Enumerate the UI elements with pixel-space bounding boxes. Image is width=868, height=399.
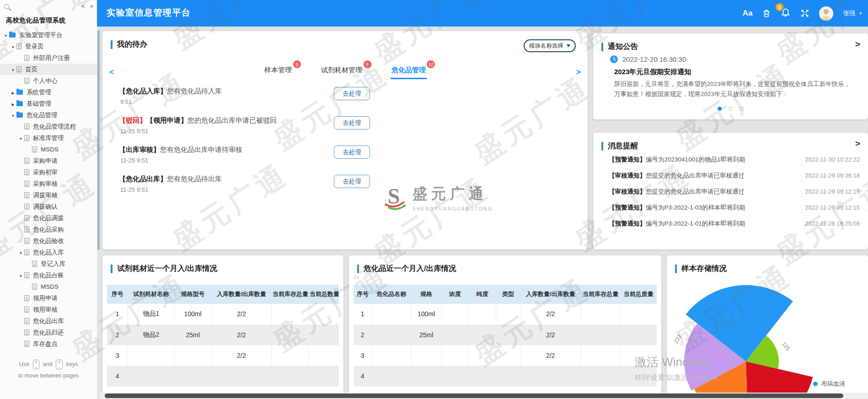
tree-item[interactable]: 采购审核 bbox=[0, 178, 97, 189]
vertical-scrollbar-thumb[interactable] bbox=[97, 30, 100, 250]
tree-item[interactable]: 危化品管理流程 bbox=[0, 121, 97, 132]
notice-item-title[interactable]: 2023年元旦假期安排通知 bbox=[614, 68, 691, 76]
tree-item-label: 危化品台账 bbox=[33, 271, 64, 280]
tree-item[interactable]: 危化品入库 bbox=[0, 247, 97, 258]
expand-arrow-icon[interactable] bbox=[10, 66, 16, 73]
notice-date[interactable]: 2022-12-20 16:30:30 bbox=[610, 55, 686, 64]
pagination-dot[interactable] bbox=[718, 107, 722, 111]
tree-item-label: MSDS bbox=[41, 146, 59, 153]
doc-icon bbox=[24, 192, 29, 198]
tree-item[interactable]: 调拨确认 bbox=[0, 201, 97, 212]
table-row: 32/2 bbox=[354, 345, 657, 366]
doc-icon bbox=[24, 329, 29, 335]
handle-button[interactable]: 去处理 bbox=[334, 146, 370, 159]
tree-item-label: 危化品采购 bbox=[33, 226, 64, 234]
expand-arrow-icon[interactable] bbox=[10, 43, 16, 50]
user-menu-caret-icon[interactable]: ▾ bbox=[859, 11, 862, 16]
message-time: 2022-11-29 09:12:15 bbox=[805, 204, 860, 211]
svg-text:125: 125 bbox=[781, 341, 791, 352]
font-size-icon[interactable]: Aa bbox=[743, 9, 753, 18]
tab-badge: 10 bbox=[427, 60, 435, 68]
expand-arrow-icon[interactable] bbox=[2, 32, 9, 38]
tree-item[interactable]: 基础管理 bbox=[0, 98, 97, 109]
notice-more-arrow[interactable]: > bbox=[855, 39, 860, 49]
top-header: 实验室信息管理平台 Aa 8 张强 ▾ bbox=[97, 0, 868, 27]
message-item[interactable]: 【预警通知】编号为2023041001的物品1即将到期2022-11-30 10… bbox=[609, 156, 860, 164]
tree-item[interactable]: 危化品归还 bbox=[0, 327, 97, 338]
hazmat-table-panel: 危化品近一个月入/出库情况 序号 危化品名称 规格 浓度 纯度 类型 入库数量/… bbox=[349, 255, 661, 399]
sidebar-prev-button[interactable]: < bbox=[81, 3, 85, 10]
tree-item-label: 个人中心 bbox=[33, 77, 58, 85]
message-item[interactable]: 【预警通知】编号为P3-2022-1-03的样本即将到期2022-11-29 0… bbox=[609, 204, 860, 212]
message-item[interactable]: 【审核通知】您提交的危化品出库申请已审核通过2022-11-29 09:36:1… bbox=[609, 172, 860, 180]
doc-icon bbox=[16, 66, 21, 72]
handle-button[interactable]: 去处理 bbox=[334, 175, 370, 188]
tree-item[interactable]: MSDS bbox=[0, 281, 97, 292]
tree-item-active[interactable]: 首页 bbox=[0, 64, 97, 75]
tree-item[interactable]: 登记入库 bbox=[0, 258, 97, 270]
doc-icon bbox=[16, 43, 21, 49]
doc-icon bbox=[24, 124, 29, 129]
expand-arrow-icon[interactable] bbox=[10, 112, 16, 119]
brand-logo-cn: 盛元广通 bbox=[413, 184, 493, 204]
sidebar-next-button[interactable]: > bbox=[90, 3, 93, 10]
message-item[interactable]: 【审核通知】您提交的危化品出库申请已审核通过2022-11-29 09:12:1… bbox=[609, 188, 860, 196]
tree-item-label: 危化品入库 bbox=[33, 248, 64, 257]
tree-item-label: 库存盘点 bbox=[33, 340, 58, 348]
tree-item[interactable]: 外部用户注册 bbox=[0, 52, 97, 64]
expand-arrow-icon[interactable] bbox=[10, 89, 16, 96]
expand-arrow-icon[interactable] bbox=[17, 135, 24, 141]
tree-item-label: 调拨确认 bbox=[33, 203, 58, 211]
user-avatar[interactable] bbox=[819, 6, 833, 21]
tree-item[interactable]: 领用申请 bbox=[0, 292, 97, 304]
legend-item[interactable]: 布病血清 bbox=[813, 380, 857, 388]
expand-arrow-icon[interactable] bbox=[17, 272, 24, 279]
user-name[interactable]: 张强 bbox=[843, 9, 855, 17]
tree-item[interactable]: 标准库管理 bbox=[0, 132, 97, 144]
fullscreen-icon[interactable] bbox=[800, 9, 809, 18]
tree-item[interactable]: 危化品采购 bbox=[0, 224, 97, 235]
notifications-bell-icon[interactable]: 8 bbox=[781, 7, 791, 19]
tree-item[interactable]: 危化品出库 bbox=[0, 315, 97, 327]
tree-item[interactable]: 采购初审 bbox=[0, 167, 97, 178]
vertical-scrollbar bbox=[97, 27, 100, 399]
message-item[interactable]: 【预警通知】编号为P3-2022-1-01的样本即将到期2022-11-28 1… bbox=[609, 220, 860, 228]
hazmat-table: 序号 危化品名称 规格 浓度 纯度 类型 入库数量/出库数量 当前库存总量 当前… bbox=[354, 285, 657, 387]
tree-item-label: 实验室管理平台 bbox=[19, 31, 63, 39]
tree-item[interactable]: 库存盘点 bbox=[0, 338, 97, 350]
tree-item[interactable]: 危化品调拨 bbox=[0, 212, 97, 224]
tree-item[interactable]: MSDS bbox=[0, 144, 97, 155]
tree-item[interactable]: 实验室管理平台 bbox=[0, 29, 97, 41]
tree-item[interactable]: 系统管理 bbox=[0, 86, 97, 98]
tree-item[interactable]: 领用审核 bbox=[0, 304, 97, 315]
pagination-dot[interactable] bbox=[739, 107, 744, 111]
expand-arrow-icon[interactable] bbox=[17, 249, 24, 256]
tree-item[interactable]: 登录页 bbox=[0, 41, 97, 52]
hazmat-table-title: 危化品近一个月入/出库情况 bbox=[357, 264, 456, 274]
keyboard-hint: Use <, and >. keys to move between pages bbox=[0, 359, 97, 382]
search-icon[interactable] bbox=[4, 4, 9, 9]
tree-item[interactable]: 危化品管理 bbox=[0, 109, 97, 121]
tab-reagent-management[interactable]: 试剂耗材管理6 bbox=[320, 65, 363, 79]
horizontal-scrollbar-thumb[interactable] bbox=[105, 394, 843, 398]
trash-icon[interactable] bbox=[762, 9, 771, 18]
brand-logo: S 盛元广通 SHENGYUANGUANGTONG bbox=[381, 184, 493, 211]
handle-button[interactable]: 去处理 bbox=[334, 87, 370, 100]
handle-button[interactable]: 去处理 bbox=[334, 116, 370, 129]
tab-hazmat-management[interactable]: 危化品管理10 bbox=[391, 65, 427, 79]
folder-icon bbox=[16, 113, 23, 118]
tree-item[interactable]: 调拨审核 bbox=[0, 189, 97, 201]
tree-item[interactable]: 个人中心 bbox=[0, 75, 97, 86]
notice-panel: 通知公告 > 2022-12-20 16:30:30 2023年元旦假期安排通知… bbox=[593, 33, 868, 119]
module-select-dropdown[interactable]: 模块名称选择 bbox=[524, 39, 576, 52]
doc-icon bbox=[24, 204, 29, 210]
messages-more-arrow[interactable]: > bbox=[855, 139, 860, 149]
doc-icon bbox=[24, 169, 29, 175]
tree-item[interactable]: 危化品台账 bbox=[0, 270, 97, 281]
pagination-dot[interactable] bbox=[729, 107, 733, 111]
tree-item[interactable]: 危化品验收 bbox=[0, 235, 97, 247]
expand-arrow-icon[interactable] bbox=[10, 100, 16, 107]
notice-item-body: 辞旧迎新，元旦将至，充满希望的2023年即将到来，这里提前预祝全体员工新年快乐，… bbox=[614, 79, 856, 99]
tab-sample-management[interactable]: 样本管理8 bbox=[263, 65, 293, 79]
tree-item[interactable]: 采购申请 bbox=[0, 155, 97, 167]
